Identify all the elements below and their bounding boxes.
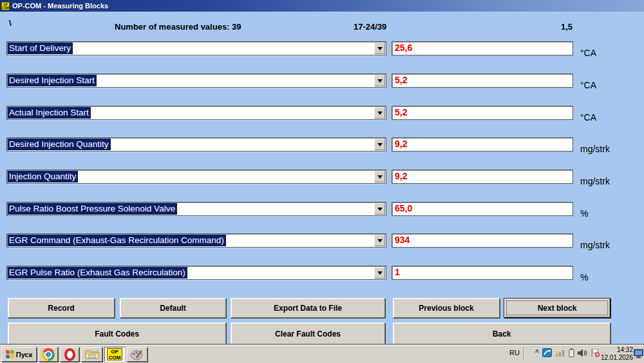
parameter-label: EGR Pulse Ratio (Exhaust Gas Recirculati…	[8, 267, 187, 279]
clock-time: 14:32	[596, 346, 633, 354]
parameter-combobox[interactable]: Injection Quantity	[6, 170, 386, 184]
parameter-label: Pulse Ratio Boost Pressure Solenoid Valv…	[8, 203, 177, 215]
measuring-row: Start of Delivery 25,6 °CA	[0, 41, 644, 64]
measuring-row: Actual Injection Start 5,2 °CA	[0, 106, 644, 129]
measured-values-label: Number of measured values: 39	[115, 22, 242, 32]
unit-label: mg/strk	[580, 176, 610, 186]
parameter-label: EGR Command (Exhaust-Gas Recirculation C…	[8, 235, 226, 246]
measuring-row: EGR Pulse Ratio (Exhaust Gas Recirculati…	[0, 266, 644, 289]
parameter-combobox[interactable]: Pulse Ratio Boost Pressure Solenoid Valv…	[6, 202, 386, 216]
window-title: OP-COM - Measuring Blocks	[12, 2, 108, 10]
default-button[interactable]: Default	[120, 298, 226, 318]
start-button-label: Пуск	[16, 351, 32, 358]
combobox-dropdown-button[interactable]	[374, 107, 385, 119]
file-explorer-taskbar-button[interactable]	[81, 347, 102, 362]
remote-access-tray-icon[interactable]	[542, 348, 552, 357]
chrome-taskbar-button[interactable]	[39, 347, 58, 362]
parameter-label: Desired Injection Start	[8, 75, 97, 86]
language-indicator[interactable]: RU	[509, 349, 520, 357]
paint-taskbar-button[interactable]	[127, 347, 147, 362]
value-field: 9,2	[392, 170, 573, 184]
volume-tray-icon[interactable]	[578, 349, 587, 357]
combobox-dropdown-button[interactable]	[374, 139, 385, 150]
fault-codes-button[interactable]: Fault Codes	[8, 322, 226, 345]
system-tray: ^ ★	[535, 348, 600, 357]
parameter-combobox[interactable]: Start of Delivery	[6, 41, 386, 55]
value-field: 5,2	[392, 74, 573, 88]
chrome-icon	[42, 348, 55, 361]
combobox-dropdown-button[interactable]	[374, 171, 385, 182]
combobox-dropdown-button[interactable]	[374, 75, 385, 86]
opera-taskbar-button[interactable]	[60, 347, 79, 362]
chevron-down-icon	[377, 239, 383, 245]
parameter-label: Injection Quantity	[8, 171, 78, 182]
unit-label: mg/strk	[580, 240, 610, 250]
measuring-row: Pulse Ratio Boost Pressure Solenoid Valv…	[0, 202, 644, 225]
value-field: 934	[392, 233, 573, 248]
back-button[interactable]: Back	[393, 322, 611, 345]
next-block-button[interactable]: Next block	[504, 298, 611, 318]
unit-label: °CA	[580, 48, 596, 58]
export-data-button[interactable]: Export Data to File	[231, 298, 385, 318]
unit-label: °CA	[580, 80, 596, 90]
start-button[interactable]: Пуск	[1, 347, 37, 362]
value-field: 5,2	[392, 106, 573, 120]
parameter-combobox[interactable]: EGR Command (Exhaust-Gas Recirculation C…	[6, 233, 386, 248]
value-field: 9,2	[392, 137, 573, 152]
battery-tray-icon[interactable]	[569, 348, 574, 357]
unit-label: %	[580, 272, 588, 282]
chevron-down-icon	[377, 208, 383, 213]
parameter-combobox[interactable]: Desired Injection Quantity	[6, 137, 386, 152]
unit-label: mg/strk	[580, 144, 610, 154]
value-field: 1	[392, 266, 573, 280]
network-signal-tray-icon[interactable]: ★	[555, 348, 565, 357]
clear-fault-codes-button[interactable]: Clear Fault Codes	[231, 322, 385, 345]
title-bar: OP COM OP-COM - Measuring Blocks	[0, 0, 644, 12]
parameter-combobox[interactable]: EGR Pulse Ratio (Exhaust Gas Recirculati…	[6, 266, 386, 280]
measuring-row: Desired Injection Quantity 9,2 mg/strk	[0, 137, 644, 161]
palette-icon	[131, 349, 144, 360]
app-icon: OP COM	[1, 2, 10, 10]
opcom-icon: OP COM	[107, 348, 122, 360]
chevron-down-icon	[377, 175, 383, 181]
parameter-label: Start of Delivery	[8, 43, 73, 54]
opcom-taskbar-button[interactable]: OP COM	[104, 347, 125, 362]
combobox-dropdown-button[interactable]	[374, 235, 385, 246]
measuring-row: Desired Injection Start 5,2 °CA	[0, 74, 644, 97]
opera-icon	[64, 348, 75, 361]
parameter-label: Actual Injection Start	[8, 107, 91, 119]
unit-label: %	[580, 208, 588, 219]
chevron-down-icon	[377, 79, 383, 85]
record-button[interactable]: Record	[8, 298, 115, 318]
show-hidden-icons-chevron[interactable]: ^	[535, 349, 539, 356]
folder-icon	[85, 349, 99, 360]
value-field: 25,6	[392, 41, 573, 55]
chevron-down-icon	[377, 271, 383, 277]
combobox-dropdown-button[interactable]	[374, 267, 385, 279]
parameter-combobox[interactable]: Actual Injection Start	[6, 106, 386, 120]
combobox-dropdown-button[interactable]	[374, 203, 385, 215]
measuring-row: EGR Command (Exhaust-Gas Recirculation C…	[0, 233, 644, 257]
chevron-down-icon	[377, 47, 383, 53]
chevron-down-icon	[377, 112, 383, 117]
unit-label: °CA	[580, 112, 596, 123]
display-tray-icon[interactable]	[634, 349, 643, 358]
combobox-dropdown-button[interactable]	[374, 43, 385, 54]
svg-text:★: ★	[555, 349, 560, 355]
clock-date: 12.01.2026	[596, 354, 633, 362]
value-field: 65,0	[392, 202, 573, 216]
chevron-down-icon	[377, 143, 383, 149]
measuring-row: Injection Quantity 9,2 mg/strk	[0, 170, 644, 193]
previous-block-button[interactable]: Previous block	[393, 298, 500, 318]
path-label: \	[9, 18, 12, 28]
taskbar-separator	[524, 348, 525, 360]
block-range-label: 17-24/39	[354, 22, 386, 32]
parameter-combobox[interactable]: Desired Injection Start	[6, 74, 386, 88]
windows-logo-icon	[6, 350, 14, 358]
refresh-rate-label: 1,5	[561, 22, 573, 32]
parameter-label: Desired Injection Quantity	[8, 139, 111, 150]
taskbar-clock[interactable]: 14:32 12.01.2026	[596, 346, 633, 362]
